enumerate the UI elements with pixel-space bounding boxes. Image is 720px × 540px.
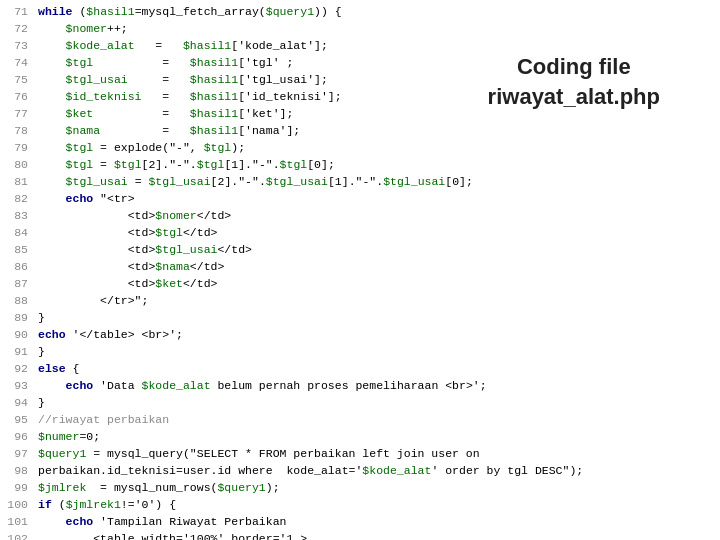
line-code: }: [38, 344, 45, 361]
line-code: $kode_alat = $hasil1['kode_alat'];: [38, 38, 328, 55]
line-number: 82: [0, 191, 38, 208]
line-code: </tr>";: [38, 293, 148, 310]
table-row: 78 $nama = $hasil1['nama'];: [0, 123, 720, 140]
table-row: 92else {: [0, 361, 720, 378]
line-code: $nomer++;: [38, 21, 128, 38]
line-code: }: [38, 395, 45, 412]
code-editor: 71while ($hasil1=mysql_fetch_array($quer…: [0, 0, 720, 540]
line-code: <td>$nomer</td>: [38, 208, 231, 225]
table-row: 102 <table width='100%' border='1 >: [0, 531, 720, 540]
line-number: 93: [0, 378, 38, 395]
table-row: 91}: [0, 344, 720, 361]
line-number: 85: [0, 242, 38, 259]
line-number: 76: [0, 89, 38, 106]
table-row: 74 $tgl = $hasil1['tgl' ;: [0, 55, 720, 72]
table-row: 100if ($jmlrek1!='0') {: [0, 497, 720, 514]
line-number: 99: [0, 480, 38, 497]
table-row: 72 $nomer++;: [0, 21, 720, 38]
table-row: 97$query1 = mysql_query("SELECT * FROM p…: [0, 446, 720, 463]
table-row: 94}: [0, 395, 720, 412]
line-number: 96: [0, 429, 38, 446]
table-row: 85 <td>$tgl_usai</td>: [0, 242, 720, 259]
line-number: 95: [0, 412, 38, 429]
line-number: 75: [0, 72, 38, 89]
line-code: echo 'Tampilan Riwayat Perbaikan: [38, 514, 286, 531]
line-code: $tgl_usai = $hasil1['tgl_usai'];: [38, 72, 328, 89]
line-number: 71: [0, 4, 38, 21]
line-code: $nama = $hasil1['nama'];: [38, 123, 300, 140]
line-number: 80: [0, 157, 38, 174]
table-row: 99$jmlrek = mysql_num_rows($query1);: [0, 480, 720, 497]
table-row: 84 <td>$tgl</td>: [0, 225, 720, 242]
line-number: 91: [0, 344, 38, 361]
line-code: while ($hasil1=mysql_fetch_array($query1…: [38, 4, 342, 21]
line-number: 89: [0, 310, 38, 327]
line-code: <td>$nama</td>: [38, 259, 224, 276]
line-code: else {: [38, 361, 79, 378]
line-code: $jmlrek = mysql_num_rows($query1);: [38, 480, 280, 497]
line-code: $tgl = $tgl[2]."-".$tgl[1]."-".$tgl[0];: [38, 157, 335, 174]
table-row: 87 <td>$ket</td>: [0, 276, 720, 293]
table-row: 90echo '</table> <br>';: [0, 327, 720, 344]
line-number: 90: [0, 327, 38, 344]
line-number: 102: [0, 531, 38, 540]
table-row: 95//riwayat perbaikan: [0, 412, 720, 429]
table-row: 83 <td>$nomer</td>: [0, 208, 720, 225]
line-code: <table width='100%' border='1 >: [38, 531, 307, 540]
table-row: 96$numer=0;: [0, 429, 720, 446]
line-code: $tgl = $hasil1['tgl' ;: [38, 55, 293, 72]
line-number: 72: [0, 21, 38, 38]
line-code: perbaikan.id_teknisi=user.id where kode_…: [38, 463, 583, 480]
line-number: 74: [0, 55, 38, 72]
line-code: echo '</table> <br>';: [38, 327, 183, 344]
table-row: 93 echo 'Data $kode_alat belum pernah pr…: [0, 378, 720, 395]
table-row: 89}: [0, 310, 720, 327]
line-number: 98: [0, 463, 38, 480]
table-row: 81 $tgl_usai = $tgl_usai[2]."-".$tgl_usa…: [0, 174, 720, 191]
line-code: $id_teknisi = $hasil1['id_teknisi'];: [38, 89, 342, 106]
line-code: <td>$tgl</td>: [38, 225, 217, 242]
line-code: $ket = $hasil1['ket'];: [38, 106, 293, 123]
line-number: 73: [0, 38, 38, 55]
line-code: <td>$ket</td>: [38, 276, 217, 293]
table-row: 80 $tgl = $tgl[2]."-".$tgl[1]."-".$tgl[0…: [0, 157, 720, 174]
table-row: 88 </tr>";: [0, 293, 720, 310]
table-row: 98perbaikan.id_teknisi=user.id where kod…: [0, 463, 720, 480]
table-row: 71while ($hasil1=mysql_fetch_array($quer…: [0, 4, 720, 21]
line-code: if ($jmlrek1!='0') {: [38, 497, 176, 514]
line-number: 100: [0, 497, 38, 514]
line-code: $tgl = explode("-", $tgl);: [38, 140, 245, 157]
table-row: 77 $ket = $hasil1['ket'];: [0, 106, 720, 123]
table-row: 101 echo 'Tampilan Riwayat Perbaikan: [0, 514, 720, 531]
line-code: echo 'Data $kode_alat belum pernah prose…: [38, 378, 487, 395]
line-code: echo "<tr>: [38, 191, 135, 208]
line-number: 97: [0, 446, 38, 463]
line-code: $numer=0;: [38, 429, 100, 446]
line-number: 79: [0, 140, 38, 157]
table-row: 76 $id_teknisi = $hasil1['id_teknisi'];: [0, 89, 720, 106]
line-code: $query1 = mysql_query("SELECT * FROM per…: [38, 446, 480, 463]
table-row: 75 $tgl_usai = $hasil1['tgl_usai'];: [0, 72, 720, 89]
line-number: 87: [0, 276, 38, 293]
line-number: 86: [0, 259, 38, 276]
line-number: 81: [0, 174, 38, 191]
line-number: 84: [0, 225, 38, 242]
line-number: 88: [0, 293, 38, 310]
line-number: 77: [0, 106, 38, 123]
table-row: 79 $tgl = explode("-", $tgl);: [0, 140, 720, 157]
line-code: }: [38, 310, 45, 327]
line-code: <td>$tgl_usai</td>: [38, 242, 252, 259]
table-row: 73 $kode_alat = $hasil1['kode_alat'];: [0, 38, 720, 55]
line-number: 101: [0, 514, 38, 531]
table-row: 82 echo "<tr>: [0, 191, 720, 208]
line-code: //riwayat perbaikan: [38, 412, 169, 429]
line-code: $tgl_usai = $tgl_usai[2]."-".$tgl_usai[1…: [38, 174, 473, 191]
line-number: 83: [0, 208, 38, 225]
table-row: 86 <td>$nama</td>: [0, 259, 720, 276]
line-number: 94: [0, 395, 38, 412]
line-number: 92: [0, 361, 38, 378]
line-number: 78: [0, 123, 38, 140]
